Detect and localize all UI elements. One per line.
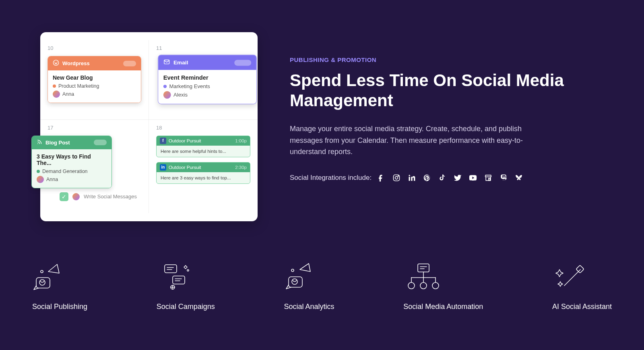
campaigns-icon xyxy=(157,261,193,294)
pill-decoration xyxy=(94,140,107,145)
svg-rect-6 xyxy=(409,177,410,181)
svg-rect-12 xyxy=(165,265,177,273)
google-business-icon[interactable] xyxy=(484,174,492,182)
card-body: Here are some helpful hints to... xyxy=(159,148,248,154)
svg-point-21 xyxy=(187,270,189,271)
automation-icon xyxy=(403,261,444,294)
hero-content: PUBLISHING & PROMOTION Spend Less Time O… xyxy=(290,32,604,221)
card-tag: Demand Generation xyxy=(42,169,88,174)
card-time: 1:00p xyxy=(235,138,247,143)
card-platform: Wordpress xyxy=(62,60,90,66)
card-channel: Outdoor Pursuit xyxy=(169,138,201,143)
svg-point-22 xyxy=(291,269,294,272)
feature-label: Social Media Automation xyxy=(403,303,483,311)
wordpress-card[interactable]: Wordpress New Gear Blog Product Marketin… xyxy=(47,56,141,103)
card-title: Event Reminder xyxy=(163,74,251,81)
calendar-cell: 18 f Outdoor Pursuit 1:00p Here are some… xyxy=(149,120,258,214)
calendar-cell: 17 Blog Post 3 Easy Ways to Find The... … xyxy=(40,120,149,214)
analytics-icon xyxy=(284,261,320,294)
pill-decoration xyxy=(234,60,251,66)
day-number: 18 xyxy=(156,125,250,131)
integrations-row: Social Integrations include: xyxy=(290,174,604,182)
integrations-label: Social Integrations include: xyxy=(290,174,372,182)
pinterest-icon[interactable] xyxy=(423,174,431,182)
card-tag: Product Marketing xyxy=(58,83,99,89)
task-row[interactable]: ✓ Write Social Messages xyxy=(60,192,141,201)
card-time: 2:30p xyxy=(235,165,247,170)
svg-rect-23 xyxy=(289,277,302,287)
wordpress-icon xyxy=(53,60,59,67)
tag-dot xyxy=(37,170,40,173)
card-body: Here are 3 easy ways to find top... xyxy=(159,175,248,181)
svg-rect-8 xyxy=(489,178,490,181)
fb-post-card[interactable]: f Outdoor Pursuit 1:00p Here are some he… xyxy=(156,136,250,157)
calendar-cell: 10 Wordpress New Gear Blog Product Marke… xyxy=(40,40,149,120)
linkedin-post-card[interactable]: in Outdoor Pursuit 2:30p Here are 3 easy… xyxy=(156,162,250,184)
mastodon-icon[interactable] xyxy=(500,174,508,182)
svg-point-4 xyxy=(395,177,398,179)
svg-rect-15 xyxy=(173,276,185,284)
svg-point-5 xyxy=(398,176,399,177)
ai-assistant-icon xyxy=(552,261,588,294)
svg-point-9 xyxy=(41,270,43,273)
card-tag: Marketing Events xyxy=(169,83,210,89)
feature-label: Social Analytics xyxy=(284,303,334,311)
calendar-preview: 10 Wordpress New Gear Blog Product Marke… xyxy=(40,32,258,221)
youtube-icon[interactable] xyxy=(469,174,477,182)
card-author: Anna xyxy=(46,177,58,182)
svg-point-2 xyxy=(37,143,38,144)
avatar xyxy=(72,193,80,200)
checkbox-icon[interactable]: ✓ xyxy=(60,192,68,201)
bluesky-icon[interactable] xyxy=(515,174,523,182)
avatar xyxy=(37,176,44,183)
day-number: 11 xyxy=(156,45,250,51)
feature-label: Social Campaigns xyxy=(157,303,215,311)
svg-line-36 xyxy=(564,270,580,286)
eyebrow: PUBLISHING & PROMOTION xyxy=(290,56,604,63)
tiktok-icon[interactable] xyxy=(438,174,446,182)
description: Manage your entire social media strategy… xyxy=(290,123,531,158)
card-platform: Email xyxy=(173,60,188,66)
features-row: Social Publishing Social Campaigns Socia… xyxy=(0,221,644,311)
svg-rect-37 xyxy=(576,265,584,273)
avatar xyxy=(53,91,60,98)
svg-point-35 xyxy=(432,282,439,289)
card-platform: Blog Post xyxy=(45,140,70,146)
email-card[interactable]: Email Event Reminder Marketing Events Al… xyxy=(158,55,257,104)
svg-rect-10 xyxy=(36,278,50,288)
tag-dot xyxy=(53,84,56,88)
feature-ai-assistant[interactable]: AI Social Assistant xyxy=(552,261,612,311)
facebook-icon: f xyxy=(160,138,166,144)
task-text: Write Social Messages xyxy=(84,194,137,200)
publishing-icon xyxy=(32,261,68,294)
card-title: 3 Easy Ways to Find The... xyxy=(37,153,107,166)
pill-decoration xyxy=(123,61,136,66)
card-channel: Outdoor Pursuit xyxy=(169,165,201,170)
svg-point-33 xyxy=(408,282,415,289)
card-author: Anna xyxy=(62,91,74,97)
blogpost-card[interactable]: Blog Post 3 Easy Ways to Find The... Dem… xyxy=(31,136,112,188)
headline: Spend Less Time On Social Media Manageme… xyxy=(290,70,604,111)
facebook-icon[interactable] xyxy=(377,174,385,182)
svg-point-7 xyxy=(409,175,410,176)
feature-social-analytics[interactable]: Social Analytics xyxy=(284,261,334,311)
linkedin-icon: in xyxy=(160,164,166,171)
svg-point-34 xyxy=(420,282,427,289)
instagram-icon[interactable] xyxy=(392,174,400,182)
card-author: Alexis xyxy=(173,92,188,98)
feature-social-automation[interactable]: Social Media Automation xyxy=(403,261,483,311)
avatar xyxy=(163,91,171,99)
email-icon xyxy=(163,59,170,67)
card-title: New Gear Blog xyxy=(53,74,136,81)
feature-social-publishing[interactable]: Social Publishing xyxy=(32,261,87,311)
feature-social-campaigns[interactable]: Social Campaigns xyxy=(157,261,215,311)
tag-dot xyxy=(163,85,167,88)
day-number: 17 xyxy=(47,125,141,131)
feature-label: Social Publishing xyxy=(32,303,87,311)
feature-label: AI Social Assistant xyxy=(552,303,612,311)
calendar-cell: 11 Email Event Reminder Marketing Events… xyxy=(149,40,258,120)
day-number: 10 xyxy=(47,45,141,51)
rss-icon xyxy=(37,139,42,146)
twitter-icon[interactable] xyxy=(454,174,462,182)
linkedin-icon[interactable] xyxy=(408,174,416,182)
